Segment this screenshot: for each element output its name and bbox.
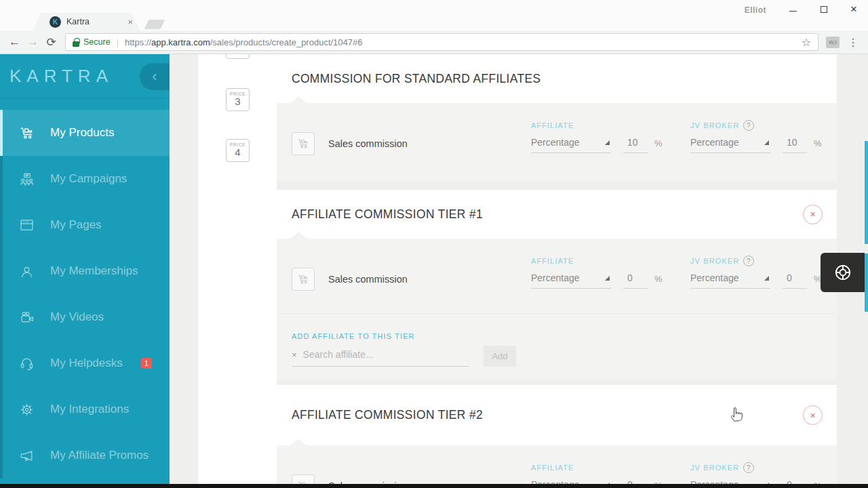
kartra-logo: KARTRA: [9, 66, 113, 87]
tab-title: Kartra: [66, 17, 90, 26]
padlock-icon: [73, 38, 79, 47]
select-triangle-icon: [605, 140, 610, 145]
section-title: AFFILIATE COMMISSION TIER #1: [292, 207, 483, 222]
percent-sign: %: [654, 138, 663, 153]
affiliate-heading: AFFILIATE: [531, 462, 663, 473]
jv-broker-help-icon[interactable]: ?: [743, 256, 754, 266]
window-close-button[interactable]: ✕: [846, 4, 861, 16]
jv-broker-commission-type-select[interactable]: Percentage: [690, 137, 770, 153]
add-affiliate-button[interactable]: Add: [484, 346, 516, 367]
page-scrollbar[interactable]: [865, 141, 868, 244]
browser-tab[interactable]: K Kartra ×: [33, 13, 140, 30]
remove-tier-button[interactable]: ×: [803, 205, 823, 224]
section-standard-commission: COMMISSION FOR STANDARD AFFILIATES Sales…: [277, 54, 837, 181]
back-icon[interactable]: ←: [5, 35, 24, 49]
reload-icon[interactable]: ⟳: [42, 35, 60, 49]
chrome-profile-name[interactable]: Elliot: [745, 5, 766, 15]
jv-broker-commission-type-select[interactable]: Percentage: [690, 479, 770, 484]
price-rail: PRICE 3 PRICE 4: [198, 54, 277, 484]
sidebar-nav: My Products My Campaigns HTTP My Pages: [0, 110, 170, 479]
section-header: COMMISSION FOR STANDARD AFFILIATES: [277, 54, 837, 103]
sidebar-item-my-videos[interactable]: My Videos: [0, 294, 170, 340]
jv-broker-commission-type-select[interactable]: Percentage: [690, 272, 770, 289]
sidebar-item-label: My Campaigns: [50, 172, 127, 186]
campaigns-icon: [18, 170, 35, 188]
sidebar-item-label: My Integrations: [50, 403, 129, 416]
section-panel: Sales commission AFFILIATE Percentage %: [277, 103, 837, 181]
price-badge-3[interactable]: PRICE 3: [226, 88, 250, 111]
price-badge-4[interactable]: PRICE 4: [226, 139, 250, 162]
main-content: COMMISSION FOR STANDARD AFFILIATES Sales…: [277, 54, 837, 484]
bookmark-star-icon[interactable]: ☆: [802, 36, 811, 49]
tab-close-icon[interactable]: ×: [127, 17, 133, 27]
jv-broker-commission-group: JV BROKER ? Percentage %: [690, 120, 822, 153]
sidebar-collapse-button[interactable]: ‹: [140, 63, 170, 90]
page: KARTRA ‹ My Products My Campaigns: [0, 54, 868, 484]
jv-broker-heading: JV BROKER ?: [690, 120, 822, 131]
section-panel: Sales commission AFFILIATE Percentage %: [277, 239, 837, 380]
price-badge-partial[interactable]: [226, 54, 250, 59]
sidebar-item-my-products[interactable]: My Products: [0, 110, 170, 156]
sidebar: KARTRA ‹ My Products My Campaigns: [0, 54, 170, 484]
browser-toolbar: ← → ⟳ Secure | https://app.kartra.com/sa…: [0, 30, 868, 54]
add-affiliate-block: ADD AFFILIATE TO THIS TIER ×: [292, 332, 469, 367]
affiliate-commission-group: AFFILIATE Percentage %: [531, 462, 663, 484]
sales-commission-cart-icon: [292, 268, 315, 291]
new-tab-button[interactable]: [144, 20, 165, 29]
select-triangle-icon: [605, 276, 610, 281]
minimize-icon: [789, 11, 797, 12]
remove-tier-button[interactable]: ×: [803, 405, 823, 425]
sidebar-item-my-affiliate-promos[interactable]: My Affiliate Promos: [0, 432, 170, 479]
secure-label: Secure: [83, 37, 111, 47]
affiliate-commission-type-select[interactable]: Percentage: [531, 137, 611, 153]
select-triangle-icon: [764, 140, 769, 145]
affiliate-promos-megaphone-icon: [18, 447, 35, 464]
life-ring-icon: [832, 262, 854, 283]
logo-row: KARTRA ‹: [0, 54, 170, 99]
affiliate-commission-value-input[interactable]: [623, 137, 648, 153]
sidebar-item-my-memberships[interactable]: My Memberships: [0, 248, 170, 294]
affiliate-commission-value-input[interactable]: [623, 479, 648, 484]
sidebar-item-my-campaigns[interactable]: My Campaigns: [0, 156, 170, 202]
sidebar-item-my-helpdesks[interactable]: My Helpdesks 1: [0, 340, 170, 386]
sidebar-item-label: My Products: [50, 126, 114, 140]
jv-broker-help-icon[interactable]: ?: [743, 120, 754, 131]
browser-menu-icon[interactable]: ⋮: [844, 36, 863, 49]
sales-commission-cart-icon: [292, 474, 315, 484]
helpdesk-notification-badge: 1: [141, 358, 152, 369]
section-header: AFFILIATE COMMISSION TIER #2 ×: [277, 385, 837, 445]
jv-broker-commission-value-input[interactable]: [783, 272, 807, 289]
support-widget-button[interactable]: [821, 253, 865, 292]
section-panel: Sales commission AFFILIATE Percentage %: [277, 445, 837, 484]
jv-broker-heading: JV BROKER ?: [690, 462, 822, 473]
percent-sign: %: [814, 138, 822, 153]
jv-broker-commission-value-input[interactable]: [783, 479, 807, 484]
extension-icon[interactable]: WJ: [826, 37, 840, 48]
clear-search-icon[interactable]: ×: [292, 350, 297, 360]
window-maximize-button[interactable]: [816, 4, 831, 16]
integrations-gear-icon: [18, 401, 35, 418]
sidebar-item-label: My Helpdesks: [50, 357, 123, 370]
pages-icon: HTTP: [18, 216, 35, 234]
window-minimize-button[interactable]: [785, 4, 800, 16]
affiliate-search-field[interactable]: ×: [292, 349, 469, 367]
svg-text:HTTP: HTTP: [22, 220, 29, 223]
affiliate-commission-type-select[interactable]: Percentage: [531, 272, 611, 289]
memberships-icon: [18, 262, 35, 280]
forward-icon[interactable]: →: [24, 35, 42, 49]
url-bar[interactable]: Secure | https://app.kartra.com/sales/pr…: [65, 33, 818, 51]
sidebar-item-my-pages[interactable]: HTTP My Pages: [0, 202, 170, 248]
affiliate-commission-group: AFFILIATE Percentage %: [531, 256, 663, 289]
search-affiliate-input[interactable]: [303, 349, 452, 360]
affiliate-commission-type-select[interactable]: Percentage: [531, 479, 611, 484]
url-text: https://app.kartra.com/sales/products/cr…: [125, 37, 363, 47]
sidebar-item-my-integrations[interactable]: My Integrations: [0, 386, 170, 432]
page-scrollbar-segment[interactable]: [865, 253, 868, 312]
jv-broker-help-icon[interactable]: ?: [743, 462, 754, 473]
affiliate-commission-group: AFFILIATE Percentage %: [531, 120, 663, 153]
sidebar-item-label: My Affiliate Promos: [50, 449, 149, 462]
affiliate-commission-value-input[interactable]: [623, 272, 648, 289]
percent-sign: %: [654, 274, 663, 289]
screen: Elliot ✕ K Kartra × ← → ⟳ Secure | https…: [0, 0, 868, 488]
jv-broker-commission-value-input[interactable]: [783, 137, 807, 153]
